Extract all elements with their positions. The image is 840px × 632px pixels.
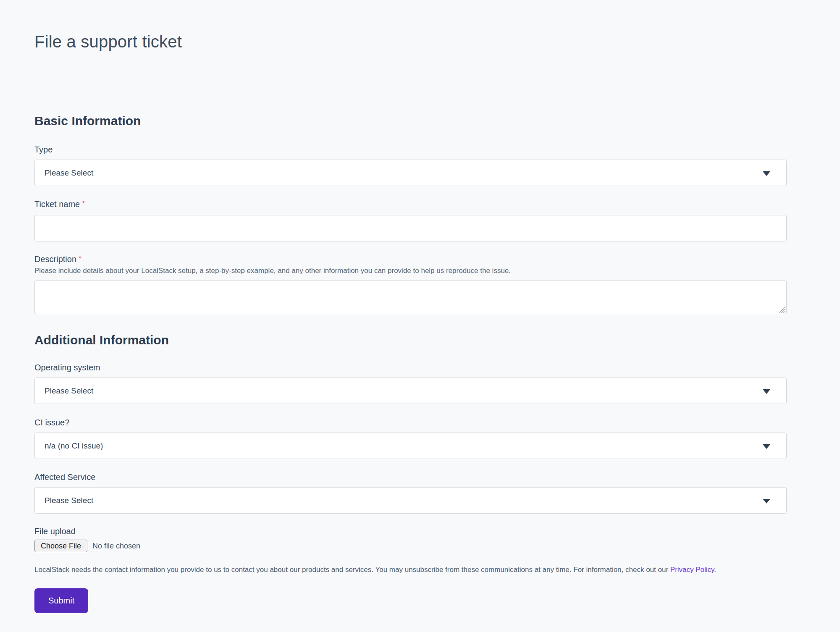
- chevron-down-icon: [763, 389, 770, 394]
- affected-service-label: Affected Service: [34, 472, 95, 482]
- section-heading-basic-information: Basic Information: [34, 113, 787, 128]
- file-upload-status: No file chosen: [92, 542, 140, 551]
- ci-issue-label: CI issue?: [34, 418, 69, 427]
- affected-service-select[interactable]: Please Select: [34, 487, 787, 514]
- description-label: Description: [34, 254, 76, 264]
- affected-service-select-value: Please Select: [45, 496, 93, 505]
- required-asterisk: *: [79, 254, 81, 263]
- privacy-policy-link[interactable]: Privacy Policy: [670, 566, 714, 574]
- page-title: File a support ticket: [34, 0, 787, 52]
- description-helper-text: Please include details about your LocalS…: [34, 266, 787, 275]
- ci-issue-select[interactable]: n/a (no CI issue): [34, 433, 787, 459]
- ticket-name-label: Ticket name: [34, 199, 80, 209]
- legal-disclaimer: LocalStack needs the contact information…: [34, 565, 787, 574]
- required-asterisk: *: [82, 199, 85, 208]
- submit-button[interactable]: Submit: [34, 588, 88, 613]
- type-label: Type: [34, 145, 52, 154]
- operating-system-select[interactable]: Please Select: [34, 378, 787, 404]
- file-upload-input: Choose File No file chosen: [34, 540, 787, 552]
- type-select[interactable]: Please Select: [34, 160, 787, 186]
- support-ticket-form: File a support ticket Basic Information …: [34, 0, 787, 613]
- legal-text-after: .: [714, 566, 716, 574]
- operating-system-label: Operating system: [34, 363, 100, 372]
- description-textarea[interactable]: [34, 280, 787, 314]
- chevron-down-icon: [763, 171, 770, 176]
- file-upload-label: File upload: [34, 527, 76, 536]
- type-select-value: Please Select: [45, 168, 93, 178]
- section-heading-additional-information: Additional Information: [34, 333, 787, 348]
- legal-text-before: LocalStack needs the contact information…: [34, 566, 670, 574]
- operating-system-select-value: Please Select: [45, 386, 93, 396]
- chevron-down-icon: [763, 444, 770, 449]
- ticket-name-input[interactable]: [34, 215, 787, 241]
- choose-file-button[interactable]: Choose File: [34, 540, 87, 552]
- chevron-down-icon: [763, 499, 770, 504]
- ci-issue-select-value: n/a (no CI issue): [45, 441, 103, 451]
